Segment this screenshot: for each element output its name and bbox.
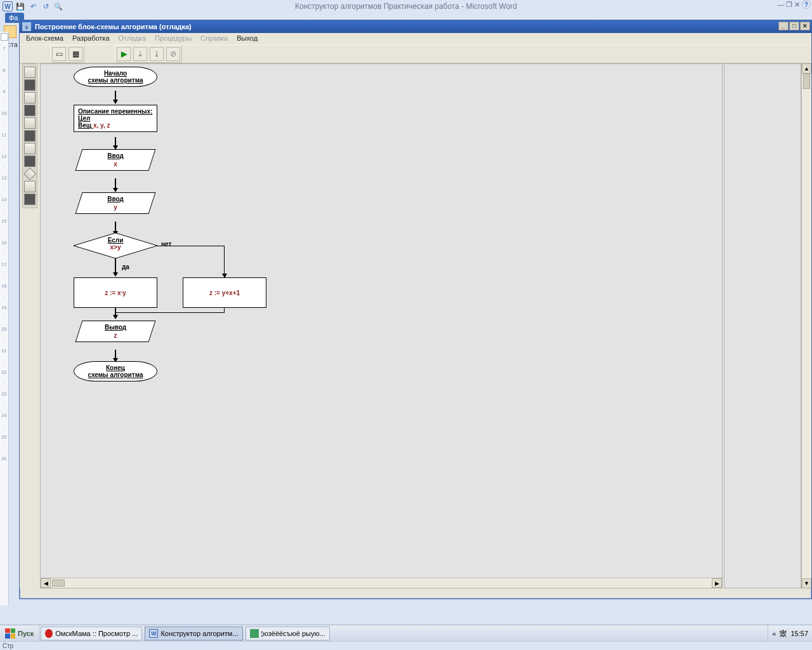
app-icon: s [22,22,31,31]
palette-item[interactable] [24,92,36,103]
taskbar-item[interactable]: ¦юзёёёсъюё рыую... [246,627,330,640]
vertical-scrollbar[interactable]: ▲ ▼ [801,63,811,588]
word-help-icon[interactable]: ? [802,0,811,9]
menu-spravka: Справка [200,34,228,44]
taskbar-item[interactable]: ОмскМама :: Просмотр ... [41,627,142,640]
undo-icon[interactable]: ↶ [28,1,38,11]
step-button-2[interactable]: ⤓ [150,47,164,61]
node-process-1[interactable]: z := x·y [74,277,157,308]
app-title: Построение блок-схемы алгоритма (отладка… [35,23,192,30]
app-minimize-button[interactable]: _ [778,22,789,30]
node-vars[interactable]: Описание переменных: Цел Вещ x, y, z [74,105,157,132]
node-process-2[interactable]: z := y+x+1 [183,277,266,308]
shape-palette [22,63,37,208]
label-no: нет [161,241,171,248]
tray-chevron-icon[interactable]: « [772,630,776,637]
node-decision[interactable]: Если x>y [74,233,157,258]
scroll-thumb[interactable] [803,74,810,89]
system-tray[interactable]: « 🕸 15:57 [768,625,812,641]
palette-item[interactable] [24,181,36,192]
toolbar-btn-2[interactable]: ▦ [69,47,82,61]
scroll-down-icon[interactable]: ▼ [802,578,811,588]
word-icon: W [3,1,13,11]
app-icon [250,629,259,638]
opera-icon [45,629,53,638]
word-close-icon[interactable]: ✕ [794,1,800,9]
windows-flag-icon [5,628,15,639]
node-input-x[interactable]: Ввод x [75,149,155,171]
redo-icon[interactable]: ↺ [41,1,51,11]
app-close-button[interactable]: ✕ [800,22,810,30]
app-maximize-button[interactable]: □ [789,22,799,30]
step-button-1[interactable]: ⇣ [133,47,147,61]
palette-item[interactable] [24,117,36,129]
preview-icon[interactable]: 🔍 [53,1,63,11]
app-titlebar[interactable]: s Построение блок-схемы алгоритма (отлад… [20,20,811,33]
word-status-bar: Стр [0,641,812,650]
palette-item[interactable] [24,67,36,78]
palette-item[interactable] [24,79,36,91]
palette-item[interactable] [24,143,36,154]
node-end[interactable]: Конец схемы алгоритма [74,361,157,381]
menu-procedury: Процедуры [155,34,192,44]
word-restore-icon[interactable]: ❐ [786,1,792,9]
word-minimize-icon[interactable]: — [777,1,784,8]
palette-item[interactable] [24,194,36,205]
flowchart-canvas[interactable]: Начало схемы алгоритма Описание переменн… [40,63,723,588]
palette-item[interactable] [24,105,36,116]
toolbar-btn-1[interactable]: ▭ [52,47,66,61]
algorithm-builder-window: s Построение блок-схемы алгоритма (отлад… [19,20,812,599]
scroll-left-icon[interactable]: ◀ [41,578,51,588]
palette-item-diamond[interactable] [23,168,36,180]
start-button[interactable]: Пуск [0,625,39,641]
node-output[interactable]: Вывод z [75,321,155,342]
save-icon[interactable]: 💾 [15,1,25,11]
canvas-wrap: ▲ ▼ [20,63,811,588]
app-toolbar: ▭ ▦ ▶ ⇣ ⤓ ⊘ [20,44,811,63]
scroll-up-icon[interactable]: ▲ [802,63,811,74]
palette-item[interactable] [24,130,36,142]
menu-razrabotka[interactable]: Разработка [72,34,110,44]
taskbar: Пуск ОмскМама :: Просмотр ... W Конструк… [0,625,812,641]
word-title: Конструктор алгоритмов Практическая рабо… [0,0,812,13]
word-ruler-vertical: 7·8· 9·10· 11·12· 13·14· 15·16· 17·18· 1… [0,32,9,606]
clock[interactable]: 15:57 [790,630,808,637]
label-yes: да [122,263,129,270]
scroll-right-icon[interactable]: ▶ [712,578,722,588]
palette-item[interactable] [24,156,36,167]
run-button[interactable]: ▶ [117,47,131,61]
scroll-thumb-h[interactable] [52,580,65,587]
menu-otladka: Отладка [119,34,146,44]
word-icon: W [149,629,158,638]
app-menubar: Блок-схема Разработка Отладка Процедуры … [20,33,811,44]
horizontal-scrollbar[interactable]: ◀ ▶ [41,578,722,588]
menu-blokschema[interactable]: Блок-схема [26,34,63,44]
taskbar-item[interactable]: W Конструктор алгоритм... [145,627,242,640]
word-quick-access-bar: W 💾 ↶ ↺ 🔍 Конструктор алгоритмов Практич… [0,0,812,13]
tray-icon[interactable]: 🕸 [780,630,787,637]
node-input-y[interactable]: Ввод y [75,192,155,214]
menu-vyhod[interactable]: Выход [237,34,258,44]
stop-button[interactable]: ⊘ [166,47,180,61]
side-panel [724,63,801,588]
node-start[interactable]: Начало схемы алгоритма [74,67,157,87]
